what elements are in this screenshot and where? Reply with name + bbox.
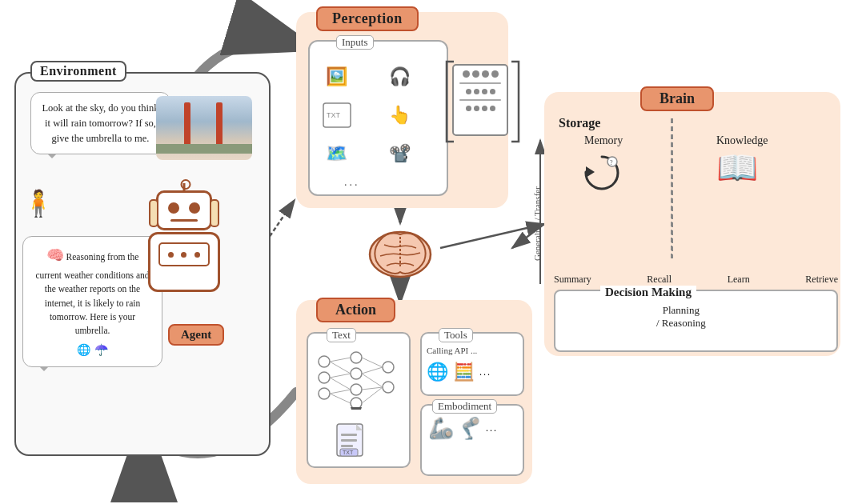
svg-line-37 bbox=[362, 374, 383, 387]
inputs-dots: ... bbox=[344, 176, 360, 189]
svg-point-23 bbox=[351, 352, 362, 363]
tools-api-text: Calling API ... bbox=[427, 346, 477, 355]
svg-line-30 bbox=[330, 362, 351, 374]
enc-dot bbox=[482, 89, 487, 94]
enc-dot bbox=[491, 70, 499, 78]
input-icon-image: 🖼️ bbox=[319, 61, 355, 93]
svg-text:?: ? bbox=[610, 159, 613, 166]
encoder-row-1 bbox=[457, 70, 503, 78]
enc-dot bbox=[466, 106, 471, 111]
brain-icon-in-bubble: 🧠 bbox=[46, 245, 64, 266]
enc-dot bbox=[482, 70, 489, 78]
svg-point-28 bbox=[383, 382, 394, 393]
robot-arm-icon: 🦾 bbox=[428, 416, 454, 441]
svg-text:TXT: TXT bbox=[343, 450, 354, 455]
tools-label: Tools bbox=[439, 328, 473, 342]
svg-line-31 bbox=[330, 374, 351, 378]
environment-label: Environment bbox=[30, 61, 126, 82]
robot-antenna bbox=[183, 183, 186, 193]
embodiment-label: Embodiment bbox=[432, 399, 497, 414]
learn-label: Learn bbox=[728, 274, 750, 286]
svg-point-24 bbox=[351, 368, 362, 379]
bracket-right bbox=[508, 58, 523, 146]
encoder-box bbox=[452, 64, 508, 136]
globe-icon: 🌐 bbox=[77, 342, 90, 358]
bridge-image bbox=[156, 96, 252, 160]
summary-label: Summary bbox=[554, 274, 591, 286]
svg-line-33 bbox=[330, 390, 351, 394]
svg-line-35 bbox=[362, 358, 383, 367]
memory-label: Memory bbox=[584, 134, 623, 147]
perception-label: Perception bbox=[316, 6, 419, 31]
robot-body-screen bbox=[158, 242, 210, 266]
enc-dot bbox=[490, 106, 495, 111]
memory-icon: ? bbox=[580, 150, 624, 202]
icon-row: 🌐 ☂️ bbox=[33, 342, 152, 358]
embodiment-icons: 🦾 🦿 ... bbox=[428, 416, 498, 441]
brain-center-icon bbox=[364, 222, 436, 286]
robot-dot-3 bbox=[194, 252, 200, 258]
knowledge-book-icon: 📖 bbox=[716, 148, 758, 187]
svg-marker-48 bbox=[586, 166, 595, 178]
robot-dot-1 bbox=[168, 252, 174, 258]
brain-bottom-labels: Summary Recall Learn Retrieve bbox=[554, 274, 838, 286]
storage-label: Storage bbox=[559, 116, 600, 130]
enc-dot bbox=[490, 89, 495, 94]
bridge-tower-left bbox=[184, 102, 190, 146]
user-speech-bubble: Look at the sky, do you think it will ra… bbox=[30, 92, 170, 154]
neural-network-svg bbox=[312, 346, 400, 410]
svg-line-32 bbox=[330, 378, 351, 390]
robot-eye-left bbox=[168, 202, 179, 214]
bracket-left bbox=[443, 58, 457, 146]
svg-text:TXT: TXT bbox=[327, 111, 341, 119]
action-label: Action bbox=[316, 298, 395, 322]
svg-line-34 bbox=[330, 394, 351, 403]
input-icon-touch: 👆 bbox=[382, 99, 418, 131]
generalize-transfer-text: Generalize / Transfer bbox=[532, 160, 548, 288]
encoder-sep bbox=[459, 82, 502, 84]
svg-line-29 bbox=[330, 358, 351, 362]
document-icon: TXT bbox=[335, 422, 371, 466]
robot-head bbox=[156, 190, 212, 230]
svg-rect-43 bbox=[341, 434, 357, 436]
encoder-sep2 bbox=[459, 99, 502, 101]
encoder-row-2 bbox=[457, 89, 503, 94]
robot-ear-right bbox=[210, 199, 219, 227]
bridge-road bbox=[156, 144, 252, 154]
person-icon: 🧍 bbox=[22, 188, 54, 218]
robot-body bbox=[148, 232, 220, 292]
user-message-text: Look at the sky, do you think it will ra… bbox=[42, 102, 158, 144]
agent-label: Agent bbox=[168, 324, 224, 346]
enc-dot bbox=[466, 89, 471, 94]
agent-speech-bubble: 🧠 Reasoning from the current weather con… bbox=[22, 236, 162, 367]
svg-rect-44 bbox=[341, 439, 357, 442]
input-icon-audio: 🎧 bbox=[382, 61, 418, 93]
enc-dot bbox=[472, 70, 479, 78]
svg-point-22 bbox=[319, 388, 330, 399]
robot-ear-left bbox=[149, 199, 158, 227]
brain-label: Brain bbox=[640, 86, 714, 111]
agent-robot bbox=[148, 232, 220, 292]
enc-dot bbox=[482, 106, 487, 111]
svg-line-36 bbox=[362, 367, 383, 374]
enc-dot bbox=[463, 70, 470, 78]
inputs-label: Inputs bbox=[336, 35, 374, 50]
svg-point-26 bbox=[351, 398, 362, 409]
tools-icons: 🌐 🧮 ... bbox=[427, 362, 491, 382]
tools-dots: ... bbox=[479, 366, 491, 378]
text-label: Text bbox=[327, 328, 356, 342]
robot-arm2-icon: 🦿 bbox=[457, 416, 483, 441]
planning-text: Planning / Reasoning bbox=[656, 304, 706, 329]
enc-dot bbox=[474, 89, 479, 94]
planning-label: Planning / Reasoning bbox=[656, 304, 706, 330]
svg-point-20 bbox=[319, 356, 330, 367]
svg-point-27 bbox=[383, 362, 394, 373]
umbrella-icon: ☂️ bbox=[94, 342, 108, 358]
svg-line-16 bbox=[440, 224, 544, 248]
enc-dot bbox=[474, 106, 479, 111]
diagram-container: Environment Look at the sky, do you thin… bbox=[0, 0, 858, 504]
svg-point-21 bbox=[319, 372, 330, 383]
bridge-tower-right bbox=[216, 102, 223, 146]
robot-mouth bbox=[170, 219, 198, 222]
retrieve-label: Retrieve bbox=[805, 274, 838, 286]
